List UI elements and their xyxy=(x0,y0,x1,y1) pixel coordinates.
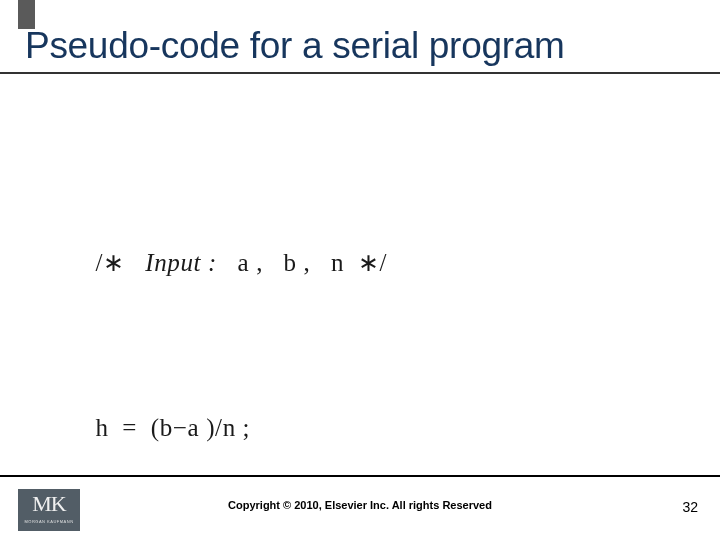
slide-title: Pseudo-code for a serial program xyxy=(25,27,565,64)
comment-args: a , b , n xyxy=(238,249,345,276)
comment-open: /∗ xyxy=(95,249,124,276)
slide: Pseudo-code for a serial program /∗ Inpu… xyxy=(0,0,720,540)
page-number: 32 xyxy=(682,499,698,515)
comment-label: Input : xyxy=(145,249,217,276)
copyright-text: Copyright © 2010, Elsevier Inc. All righ… xyxy=(0,499,720,511)
code-comment-line: /∗ Input : a , b , n ∗/ xyxy=(95,235,656,290)
title-underline xyxy=(0,72,720,74)
comment-close: ∗/ xyxy=(358,249,387,276)
logo-label: MORGAN KAUFMANN xyxy=(18,519,80,525)
footer: MK MORGAN KAUFMANN Copyright © 2010, Els… xyxy=(0,477,720,540)
code-line-h: h = (b−a )/n ; xyxy=(95,400,656,455)
